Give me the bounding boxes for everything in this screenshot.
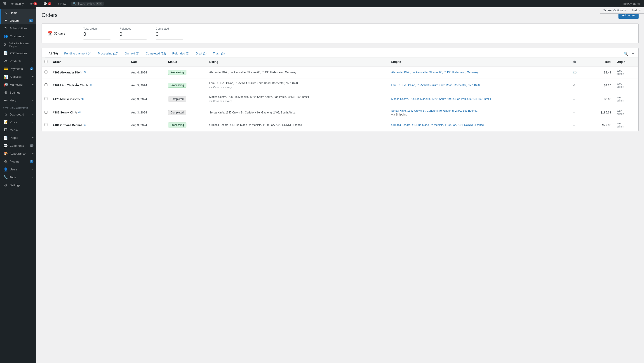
- order-link[interactable]: #189 Lâm Thị Kiều Chinh 👁: [53, 84, 126, 87]
- top-actions-bar: Screen Options ▾ Help ▾: [600, 7, 644, 14]
- row-checkbox[interactable]: [44, 97, 48, 100]
- tab-onhold[interactable]: On hold (1): [122, 50, 142, 58]
- search-shortcut: ⌘+K: [96, 2, 102, 5]
- tab-all[interactable]: All (39): [46, 50, 61, 58]
- analytics-icon: 📊: [4, 74, 8, 79]
- sidebar-item-settings2[interactable]: ⚙ Settings: [0, 181, 36, 189]
- date-range[interactable]: 📅 30 days: [47, 31, 74, 36]
- sidebar-item-pdf-invoices[interactable]: 📄 PDF Invoices: [0, 49, 36, 57]
- total-cell: $2.48: [586, 66, 614, 78]
- sidebar-item-subscriptions[interactable]: ↻ Subscriptions: [0, 24, 36, 32]
- ship-to-link[interactable]: Marisa Castro, Rua Rio Madeira, 1229, Sa…: [391, 97, 568, 101]
- posts-arrow: ▾: [32, 121, 34, 124]
- sidebar-item-settings[interactable]: ⚙ Settings: [0, 88, 36, 96]
- completed-bar: [156, 39, 183, 40]
- sidebar-item-media[interactable]: 🖼 Media ▾: [0, 126, 36, 134]
- refunded-stat: Refunded 0: [120, 27, 147, 40]
- tab-refunded[interactable]: Refunded (2): [169, 50, 193, 58]
- order-link[interactable]: #192 Alexander Klein 👁: [53, 70, 126, 74]
- sidebar-item-posts[interactable]: 📝 Posts ▾: [0, 118, 36, 126]
- ship-to-link[interactable]: Alexander Klein, Luckenwalder Strasse 66…: [391, 70, 568, 74]
- column-settings-icon[interactable]: ⊕: [573, 60, 576, 64]
- sidebar-item-stripe[interactable]: S Stripe by Payment Plugins: [0, 40, 36, 49]
- completed-stat: Completed 0: [156, 27, 183, 40]
- marketing-arrow: ▾: [32, 84, 34, 86]
- billing-col-header: Billing: [206, 58, 388, 66]
- billing-cell: Marisa Castro, Rua Rio Madeira, 1229, Sa…: [206, 92, 388, 106]
- total-cell: $6.60: [586, 92, 614, 106]
- orders-icon: ≡: [4, 18, 8, 22]
- status-badge: Completed: [168, 110, 186, 115]
- table-header-row: Order Date Status Billing Ship to ⊕ Tota…: [42, 58, 638, 66]
- sidebar-item-comments[interactable]: 💬 Comments 0: [0, 142, 36, 150]
- dashboard-arrow: ▾: [32, 113, 34, 116]
- row-checkbox[interactable]: [44, 84, 48, 86]
- filter-options-button[interactable]: ≡: [631, 51, 635, 57]
- sidebar-item-appearance[interactable]: 🎨 Appearance ▾: [0, 150, 36, 158]
- sidebar-item-users[interactable]: 👤 Users ▾: [0, 166, 36, 173]
- origin-col-header: Origin: [614, 58, 638, 66]
- new-content-link[interactable]: + New: [56, 0, 68, 7]
- row-checkbox[interactable]: [44, 111, 48, 114]
- tab-processing[interactable]: Processing (10): [95, 50, 122, 58]
- sidebar-item-tools[interactable]: 🔧 Tools ▾: [0, 173, 36, 181]
- order-link[interactable]: #175 Marisa Castro 👁: [53, 97, 126, 101]
- sidebar-item-more[interactable]: ••• More ▾: [0, 96, 36, 104]
- shipto-cell: Alexander Klein, Luckenwalder Strasse 66…: [388, 66, 570, 78]
- ship-to-link[interactable]: Ormazd Bédard, 41, Rue Marie De Médicis,…: [391, 123, 568, 127]
- tab-completed[interactable]: Completed (22): [142, 50, 169, 58]
- screen-options-button[interactable]: Screen Options ▾: [600, 7, 629, 14]
- more-arrow: ▾: [32, 99, 34, 102]
- date-cell: Aug 3, 2024: [128, 119, 165, 131]
- updates-link[interactable]: ⟳ 8: [29, 0, 38, 7]
- comments-icon: 💬: [44, 2, 47, 6]
- origin-cell: Web admin: [614, 78, 638, 92]
- users-arrow: ▾: [32, 168, 34, 171]
- dashboard-icon: ⌂: [4, 112, 8, 116]
- table-row: #181 Ormazd Bédard 👁 Aug 3, 2024 Process…: [42, 119, 638, 131]
- sidebar-item-analytics[interactable]: 📊 Analytics ▾: [0, 73, 36, 81]
- ship-to-link[interactable]: Lâm Thị Kiều Chinh, 3125 Walt Nuzum Farm…: [391, 83, 568, 87]
- search-orders-bar[interactable]: 🔍 Search orders ⌘+K: [71, 2, 104, 6]
- shipto-cell: Senay Kinfe, 1347 Crown St, Carletonvill…: [388, 106, 570, 119]
- comments-link[interactable]: 💬 0: [42, 0, 53, 7]
- tab-pending[interactable]: Pending payment (4): [61, 50, 95, 58]
- sidebar-item-payments[interactable]: 💳 Payments 1: [0, 65, 36, 73]
- sidebar-item-orders[interactable]: ≡ Orders 10: [0, 17, 36, 24]
- tab-draft[interactable]: Draft (2): [192, 50, 210, 58]
- sidebar-item-pages[interactable]: 📄 Pages ▾: [0, 134, 36, 142]
- tab-trash[interactable]: Trash (3): [210, 50, 228, 58]
- select-all-checkbox[interactable]: [44, 60, 48, 63]
- payments-icon: 💳: [4, 67, 8, 71]
- page-title: Orders: [42, 12, 58, 18]
- stats-bar: 📅 30 days Total orders 0 Refunded 0 Comp…: [42, 23, 638, 44]
- order-link[interactable]: #182 Senay Kinfe 👁: [53, 111, 126, 114]
- shipto-cell: Lâm Thị Kiều Chinh, 3125 Walt Nuzum Farm…: [388, 78, 570, 92]
- row-checkbox-cell: [42, 78, 50, 92]
- help-button[interactable]: Help ▾: [629, 7, 644, 14]
- row-checkbox[interactable]: [44, 123, 48, 126]
- sidebar-item-products[interactable]: 🛍 Products ▾: [0, 57, 36, 65]
- tools-icon: 🔧: [4, 175, 8, 180]
- tab-actions: 🔍 ≡: [623, 51, 635, 57]
- sidebar-item-marketing[interactable]: 📢 Marketing ▾: [0, 81, 36, 88]
- search-orders-button[interactable]: 🔍: [623, 51, 629, 57]
- site-name-link[interactable]: ⟳ dashify: [10, 0, 25, 7]
- sidebar-item-dashboard[interactable]: ⌂ Dashboard ▾: [0, 110, 36, 118]
- sidebar-item-customers[interactable]: 👥 Customers: [0, 32, 36, 40]
- dash-icon: –: [573, 98, 575, 101]
- media-icon: 🖼: [4, 128, 8, 132]
- sidebar-item-home[interactable]: ⌂ Home: [0, 9, 36, 17]
- order-number-cell: #182 Senay Kinfe 👁: [50, 106, 128, 119]
- col-settings-col: ⊕: [570, 58, 586, 66]
- ship-to-link[interactable]: Senay Kinfe, 1347 Crown St, Carletonvill…: [391, 109, 568, 113]
- order-link[interactable]: #181 Ormazd Bédard 👁: [53, 123, 126, 127]
- order-number-cell: #189 Lâm Thị Kiều Chinh 👁: [50, 78, 128, 92]
- refunded-bar: [120, 39, 147, 40]
- row-checkbox[interactable]: [44, 70, 48, 74]
- comments-icon: 💬: [4, 144, 8, 148]
- status-badge: Completed: [168, 96, 186, 102]
- sidebar-item-plugins[interactable]: 🔌 Plugins 6: [0, 158, 36, 166]
- products-arrow: ▾: [32, 60, 34, 62]
- billing-cell: Ormazd Bédard, 41, Rue Marie De Médicis,…: [206, 119, 388, 131]
